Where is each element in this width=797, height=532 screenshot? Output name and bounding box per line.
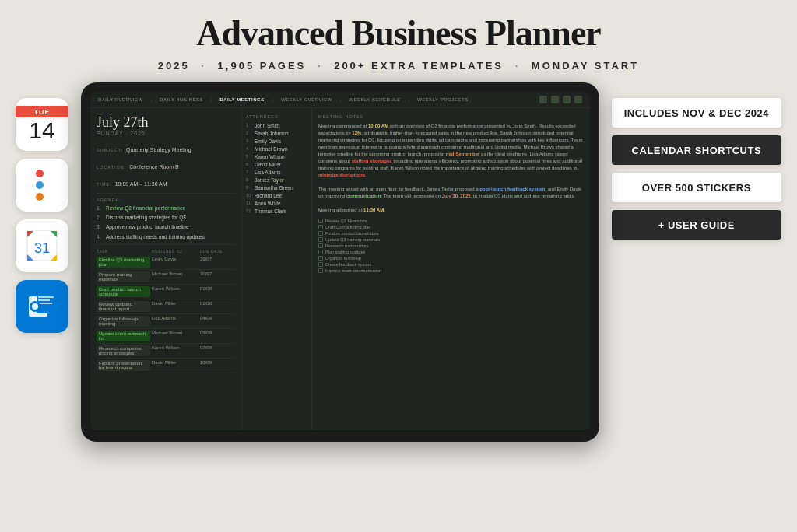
agenda-num-3: 3. <box>97 224 103 229</box>
check-item-4: Update Q3 training materials <box>318 237 584 242</box>
task-row-5: Organize follow-up meeting Lisa Adams 04… <box>97 314 235 329</box>
time-value: 10:00 AM – 11:30 AM <box>115 181 167 187</box>
tablet-device: DAILY OVERVIEW | DAILY BUSINESS | DAILY … <box>81 82 599 442</box>
outlook-svg-icon <box>26 290 58 323</box>
agenda-num-1: 1. <box>97 205 103 211</box>
check-label-3: Finalize product launch date <box>325 231 379 236</box>
nav-sep-5: | <box>409 96 409 103</box>
nav-daily-meetings[interactable]: DAILY MEETINGS <box>219 97 264 102</box>
nav-daily-business[interactable]: DAILY BUSINESS <box>160 97 203 102</box>
svg-text:31: 31 <box>34 240 50 256</box>
attendee-4: 4 Michael Brown <box>246 146 307 152</box>
task-row-6: Update client outreach list Michael Brow… <box>97 329 235 344</box>
task-row-7: Research competitor pricing strategies K… <box>97 344 235 359</box>
att-name-6: David Miller <box>255 162 281 167</box>
attendee-12: 12 Thomas Clark <box>246 208 307 214</box>
task-assign-8: David Miller <box>152 360 198 371</box>
reminder-dot-1 <box>36 170 48 177</box>
nav-icons <box>539 96 582 103</box>
task-assign-2: Michael Brown <box>152 271 198 282</box>
att-name-1: John Smith <box>255 123 280 128</box>
badge-calendar-text: CALENDAR SHORTCUTS <box>632 145 761 156</box>
att-num-1: 1 <box>246 123 252 128</box>
check-label-8: Create feedback system <box>325 262 371 267</box>
badges-column: INCLUDES NOV & DEC 2024 CALENDAR SHORTCU… <box>612 82 781 240</box>
orange-dot-icon <box>36 193 44 201</box>
task-assign-1: Emily Davis <box>152 257 198 268</box>
task-row-8: Finalize presentation for board review D… <box>97 359 235 373</box>
attendees-panel: ATTENDEES 1 John Smith 2 Sarah Johnson 3… <box>242 108 312 430</box>
subject-label: SUBJECT: <box>97 148 123 152</box>
dot2: · <box>318 60 328 72</box>
attendee-10: 10 Richard Lee <box>246 193 307 198</box>
task-name-2: Prepare training materials <box>97 271 150 282</box>
tablet-content: July 27th SUNDAY · 2025 SUBJECT: Quarter… <box>90 108 590 430</box>
gcal-svg-icon: 31 <box>24 228 60 264</box>
att-num-5: 5 <box>246 154 252 159</box>
agenda-text-1: Review Q2 financial performance <box>106 205 185 212</box>
nav-icon-3 <box>563 96 571 103</box>
task-row-3: Draft product launch schedule Karen Wils… <box>97 285 235 299</box>
tablet-screen: DAILY OVERVIEW | DAILY BUSINESS | DAILY … <box>90 92 590 432</box>
check-item-2: Draft Q3 marketing plan <box>318 225 584 229</box>
check-label-9: Improve team communication <box>325 268 381 273</box>
agenda-title: AGENDA: <box>97 198 235 202</box>
att-num-2: 2 <box>246 131 252 135</box>
subject-field: SUBJECT: Quarterly Strategy Meeting <box>97 141 235 155</box>
attendee-11: 11 Anna White <box>246 201 307 206</box>
attendee-8: 8 James Taylor <box>246 177 307 183</box>
attendee-1: 1 John Smith <box>246 123 307 128</box>
divider-1 <box>97 193 235 194</box>
check-label-4: Update Q3 training materials <box>325 237 380 242</box>
att-name-5: Karen Wilson <box>255 154 285 159</box>
reminder-dot-2 <box>36 181 48 189</box>
content-area: TUE 14 <box>0 82 797 442</box>
outlook-app-icon <box>16 280 68 333</box>
att-name-3: Emily Davis <box>255 138 281 144</box>
templates-label: 200+ EXTRA TEMPLATES <box>334 60 504 72</box>
nav-weekly-overview[interactable]: WEEKLY OVERVIEW <box>281 97 332 102</box>
nav-daily-overview[interactable]: DAILY OVERVIEW <box>98 97 143 102</box>
date-app-icon: TUE 14 <box>16 98 68 151</box>
task-row-4: Review updated financial report David Mi… <box>97 299 235 314</box>
subject-value: Quarterly Strategy Meeting <box>126 147 191 152</box>
att-num-11: 11 <box>246 201 252 205</box>
task-name-1: Finalize Q3 marketing plan <box>97 257 150 268</box>
agenda-item-4: 4. Address staffing needs and training u… <box>97 234 235 240</box>
task-name-8: Finalize presentation for board review <box>97 360 150 371</box>
location-value: Conference Room B <box>129 164 178 170</box>
task-name-3: Draft product launch schedule <box>97 286 150 297</box>
task-assign-4: David Miller <box>152 301 198 312</box>
check-item-8: Create feedback system <box>318 262 584 267</box>
nav-weekly-schedule[interactable]: WEEKLY SCHEDULE <box>349 97 400 102</box>
att-num-9: 9 <box>246 185 252 190</box>
svg-rect-11 <box>38 303 52 304</box>
attendees-title: ATTENDEES <box>246 114 307 119</box>
checklist: Review Q2 Financials Draft Q3 marketing … <box>318 219 584 273</box>
nav-icon-4 <box>574 96 582 103</box>
task-date-8: 10/09 <box>200 360 235 371</box>
attendee-3: 3 Emily Davis <box>246 138 307 144</box>
att-name-12: Thomas Clark <box>255 208 286 214</box>
main-title: Advanced Business Planner <box>16 14 781 54</box>
badge-user-guide: + USER GUIDE <box>612 210 781 240</box>
task-date-6: 05/09 <box>200 331 235 341</box>
tasks-header: TASK ASSIGNED TO DUE DATE <box>97 249 235 254</box>
agenda-num-2: 2 <box>97 215 103 220</box>
att-name-2: Sarah Johnson <box>255 131 289 136</box>
year-label: 2025 <box>158 60 190 72</box>
dot3: · <box>515 60 525 72</box>
task-date-2: 30/07 <box>200 271 235 282</box>
tablet-wrapper: DAILY OVERVIEW | DAILY BUSINESS | DAILY … <box>81 82 599 442</box>
nav-sep-2: | <box>211 96 212 103</box>
att-num-3: 3 <box>246 138 252 143</box>
nav-weekly-projects[interactable]: WEEKLY PROJECTS <box>417 97 469 102</box>
nav-sep-3: | <box>272 96 273 103</box>
svg-rect-2 <box>27 236 57 239</box>
check-item-7: Organize follow-up <box>318 256 584 261</box>
nav-icon-2 <box>551 96 559 103</box>
task-name-7: Research competitor pricing strategies <box>97 345 150 356</box>
notes-title: MEETING NOTES <box>318 114 584 119</box>
badge-nov-dec-text: INCLUDES NOV & DEC 2024 <box>624 107 769 119</box>
agenda-item-3: 3. Approve new product launch timeline <box>97 224 235 230</box>
